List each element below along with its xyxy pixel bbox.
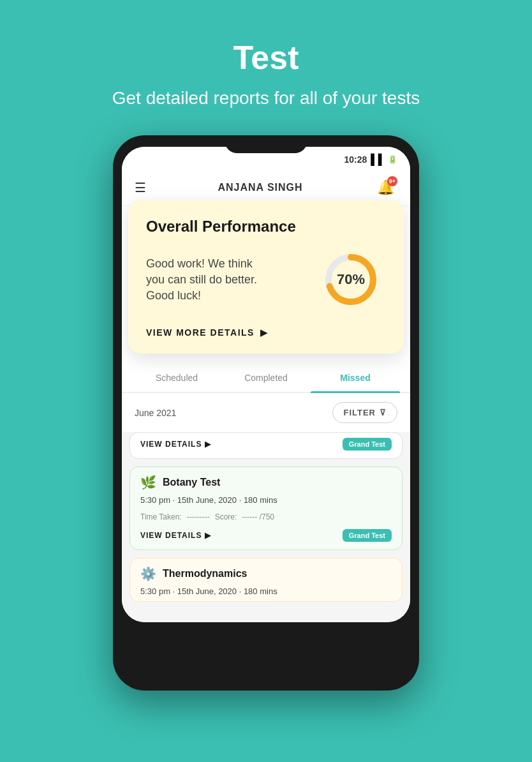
botany-view-details-button[interactable]: VIEW DETAILS ▶: [140, 531, 211, 540]
first-card-grand-test-badge: Grand Test: [343, 438, 392, 451]
menu-icon[interactable]: ☰: [135, 180, 146, 195]
filter-button[interactable]: FILTER ⊽: [332, 402, 397, 423]
performance-title: Overall Performance: [146, 218, 386, 235]
filter-label: FILTER: [343, 408, 376, 417]
tabs-bar: Scheduled Completed Missed: [122, 364, 410, 393]
thermo-test-name: Thermodynamics: [163, 568, 247, 579]
filter-row: June 2021 FILTER ⊽: [122, 393, 410, 432]
phone-notch: [225, 135, 307, 153]
status-time: 10:28: [344, 154, 367, 165]
performance-card: Overall Performance Good work! We think …: [128, 200, 404, 354]
botany-score-value: ------ /750: [242, 512, 274, 521]
tab-completed[interactable]: Completed: [221, 364, 311, 392]
thermo-test-datetime: 5:30 pm · 15th June, 2020 · 180 mins: [130, 586, 402, 601]
phone-screen: 10:28 ▌▌ 🔋 ☰ ANJANA SINGH 🔔 9+ Overall P…: [122, 147, 410, 622]
botany-time-taken-label: Time Taken:: [140, 512, 182, 521]
botany-test-details: Time Taken: --------- Score: ------ /750: [130, 510, 402, 524]
botany-test-card: 🌿 Botany Test 5:30 pm · 15th June, 2020 …: [129, 467, 403, 550]
page-title: Test: [233, 38, 299, 77]
botany-card-actions: VIEW DETAILS ▶ Grand Test: [130, 524, 402, 549]
phone-frame: 10:28 ▌▌ 🔋 ☰ ANJANA SINGH 🔔 9+ Overall P…: [113, 135, 419, 691]
botany-score-label: Score:: [215, 512, 237, 521]
filter-month: June 2021: [135, 408, 176, 418]
filter-icon: ⊽: [380, 408, 387, 417]
thermo-icon: ⚙️: [140, 566, 156, 581]
signal-icon: ▌▌: [371, 154, 385, 165]
thermo-card-header: ⚙️ Thermodynamics: [130, 558, 402, 586]
screen-content: Scheduled Completed Missed June 2021 FIL…: [122, 364, 410, 622]
view-more-details-button[interactable]: VIEW MORE DETAILS ▶: [146, 327, 269, 338]
performance-description: Good work! We think you can still do bet…: [146, 256, 274, 304]
botany-time-taken-value: ---------: [187, 512, 210, 521]
user-name: ANJANA SINGH: [218, 182, 302, 193]
botany-test-datetime: 5:30 pm · 15th June, 2020 · 180 mins: [130, 495, 402, 510]
page-subtitle: Get detailed reports for all of your tes…: [74, 87, 458, 110]
first-test-card: VIEW DETAILS ▶ Grand Test: [129, 432, 403, 459]
notification-badge: 9+: [387, 176, 397, 186]
performance-content: Good work! We think you can still do bet…: [146, 244, 386, 315]
tab-missed[interactable]: Missed: [311, 364, 400, 392]
tab-scheduled[interactable]: Scheduled: [132, 364, 221, 392]
botany-icon: 🌿: [140, 475, 156, 490]
donut-chart: 70%: [316, 244, 386, 315]
donut-percentage: 70%: [337, 271, 365, 288]
status-icons: ▌▌ 🔋: [371, 154, 397, 165]
thermo-test-card: ⚙️ Thermodynamics 5:30 pm · 15th June, 2…: [129, 558, 403, 602]
botany-grand-test-badge: Grand Test: [343, 529, 392, 542]
arrow-right-icon: ▶: [257, 327, 269, 338]
botany-test-name: Botany Test: [163, 477, 220, 488]
notification-button[interactable]: 🔔 9+: [374, 176, 397, 199]
first-card-view-details[interactable]: VIEW DETAILS ▶: [140, 440, 211, 449]
botany-card-header: 🌿 Botany Test: [130, 467, 402, 495]
phone-wrapper: 10:28 ▌▌ 🔋 ☰ ANJANA SINGH 🔔 9+ Overall P…: [113, 135, 419, 691]
battery-icon: 🔋: [388, 155, 397, 164]
